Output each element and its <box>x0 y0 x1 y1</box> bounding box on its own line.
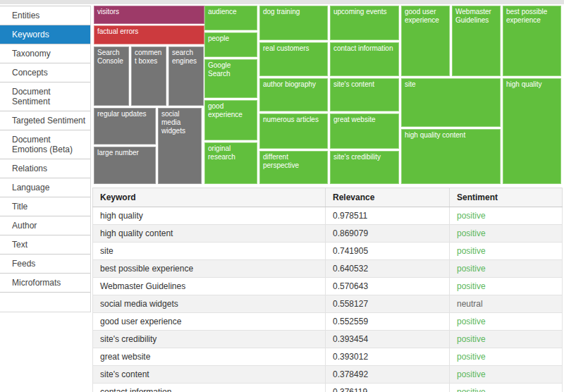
treemap-cell-site-s-credibility[interactable]: site's credibility <box>330 151 399 184</box>
treemap-cell-audience[interactable]: audience <box>204 6 257 30</box>
keywords-treemap: visitorsfactual errorsSearch Consolecomm… <box>92 4 562 187</box>
cell-relevance: 0.978511 <box>326 207 450 225</box>
column-header-relevance: Relevance <box>326 188 450 207</box>
table-row: great website0.393012positive <box>93 348 563 366</box>
sidebar-item-feeds[interactable]: Feeds <box>0 255 90 274</box>
cell-relevance: 0.558127 <box>326 295 450 313</box>
sidebar-item-document-sentiment[interactable]: Document Sentiment <box>0 82 90 111</box>
sidebar-empty-slot <box>0 293 90 312</box>
cell-relevance: 0.378492 <box>326 366 450 384</box>
treemap-cell-search-engines[interactable]: search engines <box>168 47 204 106</box>
treemap-cell-dog-training[interactable]: dog training <box>259 6 328 40</box>
treemap-cell-good-user-experience[interactable]: good user experience <box>401 6 450 76</box>
treemap-cell-high-quality[interactable]: high quality <box>503 78 561 184</box>
treemap-cell-good-experience[interactable]: good experience <box>204 100 257 140</box>
cell-sentiment: positive <box>450 225 563 243</box>
cell-relevance: 0.393012 <box>326 348 450 366</box>
cell-keyword: site's credibility <box>93 331 326 348</box>
cell-keyword: best possible experience <box>93 260 326 278</box>
treemap-cell-site-s-content[interactable]: site's content <box>330 78 399 111</box>
treemap-cell-site[interactable]: site <box>401 78 501 127</box>
treemap-cell-author-biography[interactable]: author biography <box>259 78 328 111</box>
table-row: high quality content0.869079positive <box>93 225 563 243</box>
table-row: high quality0.978511positive <box>93 207 563 225</box>
treemap-cell-great-website[interactable]: great website <box>330 114 399 149</box>
column-header-sentiment: Sentiment <box>450 188 563 207</box>
cell-keyword: Webmaster Guidelines <box>93 278 326 295</box>
column-header-keyword: Keyword <box>93 188 326 207</box>
treemap-cell-contact-information[interactable]: contact information <box>330 42 399 76</box>
treemap-cell-best-possible-experience[interactable]: best possible experience <box>503 6 561 76</box>
treemap-cell-regular-updates[interactable]: regular updates <box>94 108 156 145</box>
cell-sentiment: positive <box>450 331 563 348</box>
sidebar-item-text[interactable]: Text <box>0 235 90 255</box>
sidebar-item-concepts[interactable]: Concepts <box>0 63 90 82</box>
table-row: social media widgets0.558127neutral <box>93 295 563 313</box>
table-row: best possible experience0.640532positive <box>93 260 563 278</box>
sidebar-item-document-emotions-beta[interactable]: Document Emotions (Beta) <box>0 130 90 159</box>
cell-relevance: 0.376119 <box>326 384 450 392</box>
treemap-cell-large-number[interactable]: large number <box>94 147 156 184</box>
table-row: site0.741905positive <box>93 243 563 260</box>
treemap-cell-high-quality-content[interactable]: high quality content <box>401 129 501 184</box>
cell-relevance: 0.552559 <box>326 313 450 331</box>
cell-sentiment: positive <box>450 313 563 331</box>
cell-keyword: great website <box>93 348 326 366</box>
sidebar-item-microformats[interactable]: Microformats <box>0 274 90 293</box>
cell-sentiment: positive <box>450 348 563 366</box>
cell-relevance: 0.570643 <box>326 278 450 295</box>
keywords-table-wrap: Keyword Relevance Sentiment high quality… <box>92 188 562 392</box>
cell-relevance: 0.640532 <box>326 260 450 278</box>
feature-sidebar: EntitiesKeywordsTaxonomyConceptsDocument… <box>0 6 91 312</box>
treemap-cell-real-customers[interactable]: real customers <box>259 42 328 76</box>
table-row: site's credibility0.393454positive <box>93 331 563 348</box>
sidebar-item-language[interactable]: Language <box>0 178 90 197</box>
treemap-cell-google-search[interactable]: Google Search <box>204 59 257 98</box>
treemap-cell-search-console[interactable]: Search Console <box>94 47 129 106</box>
treemap-cell-webmaster-guidelines[interactable]: Webmaster Guidelines <box>452 6 501 76</box>
sidebar-item-author[interactable]: Author <box>0 216 90 235</box>
cell-keyword: site <box>93 243 326 260</box>
keywords-table: Keyword Relevance Sentiment high quality… <box>92 188 563 392</box>
sidebar-item-title[interactable]: Title <box>0 197 90 216</box>
treemap-cell-different-perspective[interactable]: different perspective <box>259 151 328 184</box>
treemap-cell-upcoming-events[interactable]: upcoming events <box>330 6 399 40</box>
treemap-cell-original-research[interactable]: original research <box>204 142 257 184</box>
sidebar-item-targeted-sentiment[interactable]: Targeted Sentiment <box>0 111 90 130</box>
cell-sentiment: positive <box>450 207 563 225</box>
table-header-row: Keyword Relevance Sentiment <box>93 188 563 207</box>
treemap-cell-numerous-articles[interactable]: numerous articles <box>259 114 328 149</box>
table-row: site's content0.378492positive <box>93 366 563 384</box>
sidebar-item-relations[interactable]: Relations <box>0 159 90 178</box>
table-row: contact information0.376119positive <box>93 384 563 392</box>
treemap-cell-visitors[interactable]: visitors <box>94 6 204 24</box>
treemap-cell-people[interactable]: people <box>204 32 257 57</box>
cell-relevance: 0.393454 <box>326 331 450 348</box>
cell-keyword: social media widgets <box>93 295 326 313</box>
table-row: Webmaster Guidelines0.570643positive <box>93 278 563 295</box>
sidebar-item-taxonomy[interactable]: Taxonomy <box>0 44 90 63</box>
treemap-cell-factual-errors[interactable]: factual errors <box>94 25 204 44</box>
cell-keyword: good user experience <box>93 313 326 331</box>
cell-relevance: 0.741905 <box>326 243 450 260</box>
cell-sentiment: positive <box>450 366 563 384</box>
treemap-cell-comment-boxes[interactable]: comment boxes <box>131 47 166 106</box>
cell-keyword: high quality <box>93 207 326 225</box>
table-row: good user experience0.552559positive <box>93 313 563 331</box>
sidebar-item-keywords[interactable]: Keywords <box>0 25 90 44</box>
cell-keyword: high quality content <box>93 225 326 243</box>
sidebar-item-entities[interactable]: Entities <box>0 6 90 25</box>
cell-relevance: 0.869079 <box>326 225 450 243</box>
cell-sentiment: positive <box>450 278 563 295</box>
cell-sentiment: positive <box>450 243 563 260</box>
cell-sentiment: neutral <box>450 295 563 313</box>
treemap-cell-social-media-widgets[interactable]: social media widgets <box>158 108 202 184</box>
cell-keyword: contact information <box>93 384 326 392</box>
cell-keyword: site's content <box>93 366 326 384</box>
cell-sentiment: positive <box>450 384 563 392</box>
cell-sentiment: positive <box>450 260 563 278</box>
